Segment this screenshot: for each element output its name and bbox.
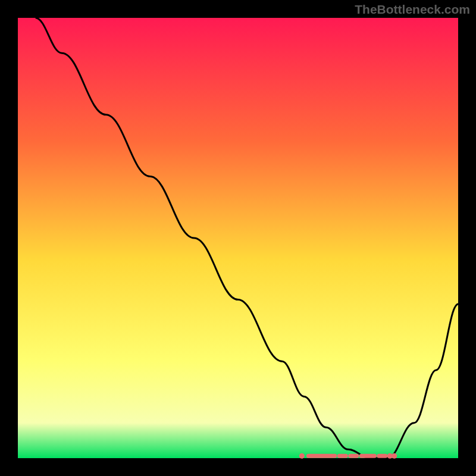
chart-svg	[0, 0, 476, 476]
watermark-text: TheBottleneck.com	[355, 2, 470, 17]
highlight-dot	[299, 453, 305, 459]
highlight-dot	[392, 453, 397, 459]
bottleneck-chart	[0, 0, 476, 476]
